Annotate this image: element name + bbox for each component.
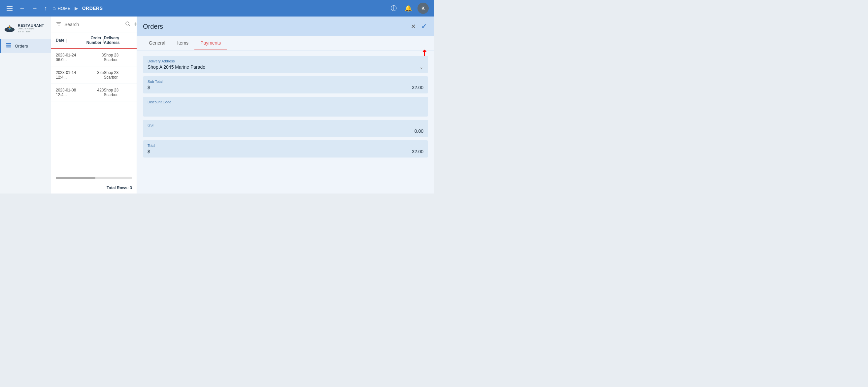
total-rows-label: Total Rows: 3 <box>106 185 132 190</box>
detail-content: Delivery Address Shop A 2045 Marine Para… <box>137 51 434 194</box>
gst-amount: 0.00 <box>148 128 424 134</box>
home-button[interactable]: ⌂ HOME <box>53 5 71 11</box>
logo-icon <box>4 23 15 34</box>
row-order-number: 423 <box>84 88 104 97</box>
detail-panel: Orders ✕ ✓ General Items Payments <box>137 17 434 194</box>
table-row[interactable]: 2023-01-14 12:4... 325 Shop 23 Scarbor. <box>51 66 136 84</box>
tab-general[interactable]: General <box>143 36 171 50</box>
detail-header-actions: ✕ ✓ <box>410 21 428 32</box>
row-date: 2023-01-08 12:4... <box>56 88 84 97</box>
total-field: Total $ 32.00 <box>143 140 428 157</box>
total-value: 32.00 <box>412 149 424 154</box>
delivery-address-value: Shop A 2045 Marine Parade ⌄ <box>148 64 424 70</box>
table-row[interactable]: 2023-01-08 12:4... 423 Shop 23 Scarbor. <box>51 84 136 101</box>
table-row[interactable]: 2023-01-24 06:0... 3 Shop 23 Scarbor. <box>51 49 136 66</box>
search-bar: + <box>51 17 136 32</box>
col-header-delivery: Delivery Address <box>104 36 132 45</box>
svg-rect-9 <box>6 46 11 48</box>
discount-code-input[interactable] <box>148 105 424 113</box>
add-button[interactable]: + <box>133 21 137 28</box>
list-panel: + Date | Order Number | Delivery Address <box>51 17 137 194</box>
confirm-button[interactable]: ✓ <box>420 21 428 32</box>
logo-text: RESTAURANT ORDERING SYSTEM <box>18 24 47 33</box>
sidebar-item-orders[interactable]: Orders <box>0 39 51 53</box>
row-delivery: Shop 23 Scarbor. <box>104 53 132 62</box>
search-icon[interactable] <box>125 21 131 28</box>
search-input[interactable] <box>64 22 122 27</box>
row-delivery: Shop 23 Scarbor. <box>104 88 132 97</box>
row-date: 2023-01-14 12:4... <box>56 70 84 80</box>
horizontal-scrollbar[interactable] <box>56 177 132 179</box>
back-button[interactable]: ← <box>18 4 26 13</box>
table-header: Date | Order Number | Delivery Address <box>51 32 136 49</box>
home-icon: ⌂ <box>53 5 56 11</box>
forward-button[interactable]: → <box>30 4 39 13</box>
detail-panel-container: ↗ Orders ✕ ✓ General Items Payments <box>137 17 434 194</box>
user-avatar[interactable]: K <box>417 3 429 14</box>
up-button[interactable]: ↑ <box>43 4 49 13</box>
total-currency: $ <box>148 149 150 154</box>
total-amount: $ 32.00 <box>148 149 424 154</box>
total-label: Total <box>148 144 424 148</box>
discount-code-field: Discount Code <box>143 97 428 117</box>
sidebar-logo: RESTAURANT ORDERING SYSTEM <box>0 20 51 39</box>
sidebar: RESTAURANT ORDERING SYSTEM Orders <box>0 17 51 194</box>
logo-subtitle: ORDERING SYSTEM <box>18 27 47 33</box>
row-delivery: Shop 23 Scarbor. <box>104 70 132 80</box>
sidebar-item-orders-label: Orders <box>15 43 28 49</box>
col-header-order-number: Order Number | <box>84 36 104 45</box>
svg-line-14 <box>129 25 130 26</box>
svg-rect-7 <box>6 43 11 44</box>
notifications-button[interactable]: 🔔 <box>403 3 413 13</box>
gst-label: GST <box>148 123 424 127</box>
discount-code-label: Discount Code <box>148 100 424 104</box>
list-footer: Total Rows: 3 <box>51 182 136 194</box>
col-header-date: Date | <box>56 36 84 45</box>
sub-total-label: Sub Total <box>148 80 424 84</box>
data-table: 2023-01-24 06:0... 3 Shop 23 Scarbor. 20… <box>51 49 136 174</box>
delivery-address-label: Delivery Address <box>148 59 424 63</box>
breadcrumb-orders: ORDERS <box>82 6 103 11</box>
sub-total-amount: $ 32.00 <box>148 85 424 90</box>
main-layout: RESTAURANT ORDERING SYSTEM Orders <box>0 17 434 194</box>
breadcrumb-separator: ▶ <box>74 6 78 11</box>
top-navigation: ← → ↑ ⌂ HOME ▶ ORDERS ⓘ 🔔 K <box>0 0 434 17</box>
sub-total-value: 32.00 <box>412 85 424 90</box>
hamburger-menu[interactable] <box>5 5 14 12</box>
home-label: HOME <box>58 6 71 11</box>
svg-rect-8 <box>6 44 11 46</box>
detail-header: Orders ✕ ✓ <box>137 17 434 36</box>
svg-point-13 <box>126 22 129 25</box>
tab-payments[interactable]: Payments <box>194 36 227 50</box>
row-order-number: 325 <box>84 70 104 80</box>
row-date: 2023-01-24 06:0... <box>56 53 84 62</box>
orders-icon <box>6 42 11 50</box>
detail-title: Orders <box>143 23 163 30</box>
gst-field: GST 0.00 <box>143 120 428 137</box>
scroll-thumb[interactable] <box>56 177 95 179</box>
dropdown-arrow-icon[interactable]: ⌄ <box>420 64 424 70</box>
content-area: + Date | Order Number | Delivery Address <box>51 17 434 194</box>
row-order-number: 3 <box>84 53 104 62</box>
detail-tabs: General Items Payments <box>137 36 434 51</box>
delivery-address-field: Delivery Address Shop A 2045 Marine Para… <box>143 56 428 73</box>
close-button[interactable]: ✕ <box>410 22 417 31</box>
filter-icon[interactable] <box>56 21 62 28</box>
sub-total-field: Sub Total $ 32.00 <box>143 76 428 93</box>
gst-value: 0.00 <box>414 128 424 134</box>
tab-items[interactable]: Items <box>171 36 194 50</box>
help-button[interactable]: ⓘ <box>389 3 399 13</box>
sub-total-currency: $ <box>148 85 150 90</box>
